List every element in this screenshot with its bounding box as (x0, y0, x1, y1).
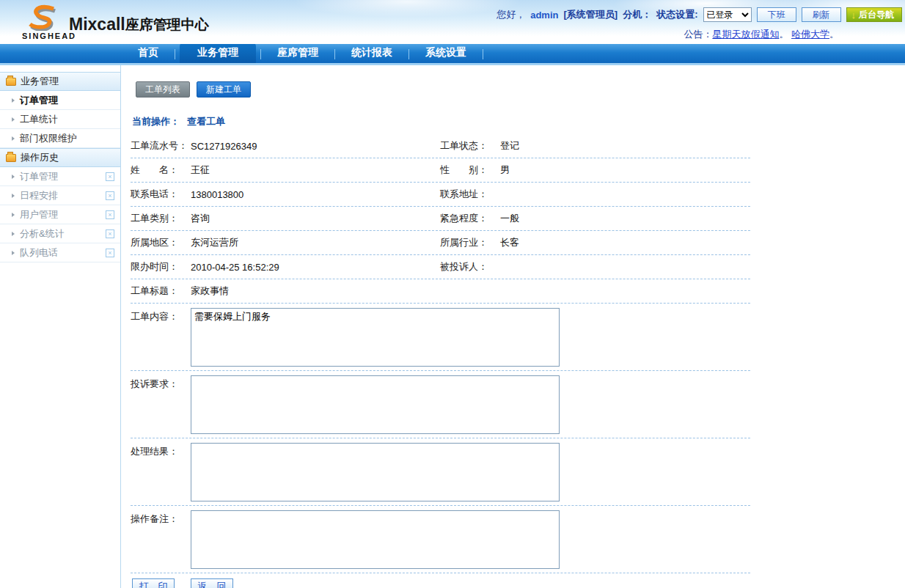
user-role: [系统管理员] (563, 8, 618, 21)
tab-statistics-report[interactable]: 统计报表 (340, 43, 404, 63)
announcement-bar: 公告：星期天放假通知。 哈佛大学。 (684, 28, 839, 41)
field-value: 男 (500, 163, 750, 177)
bullet-icon (12, 194, 15, 198)
current-op-label: 当前操作： (132, 115, 180, 128)
current-op-value: 查看工单 (187, 115, 225, 128)
field-label: 联系地址： (440, 188, 500, 201)
field-label: 工单流水号： (131, 139, 191, 152)
sidebar-item-label: 订单管理 (20, 170, 58, 183)
off-duty-button[interactable]: 下班 (757, 7, 796, 22)
tab-system-settings[interactable]: 系统设置 (414, 43, 478, 63)
sidebar-section-history[interactable]: 操作历史 (0, 148, 120, 167)
form-row-content: 工单内容： 需要保姆上门服务 (131, 304, 750, 371)
app-name: Mixcall (69, 15, 125, 34)
sidebar-item-queue-phone[interactable]: 队列电话 × (0, 243, 120, 262)
field-label: 工单内容： (131, 308, 191, 323)
sidebar-section-business[interactable]: 业务管理 (0, 72, 120, 91)
sidebar-item-schedule[interactable]: 日程安排 × (0, 186, 120, 205)
sidebar-item-analysis-stats[interactable]: 分析&统计 × (0, 224, 120, 243)
field-label: 紧急程度： (440, 212, 500, 225)
bullet-icon (12, 232, 15, 236)
new-ticket-button[interactable]: 新建工单 (197, 81, 251, 98)
toolbar: 工单列表 新建工单 (136, 81, 905, 98)
greeting-text: 您好， (497, 8, 525, 21)
bottom-buttons: 打 印 返 回 (132, 578, 750, 588)
form-row-serial-status: 工单流水号： SC1271926349 工单状态： 登记 (131, 134, 750, 158)
status-select[interactable]: 已登录 (703, 7, 752, 22)
folder-icon (6, 154, 16, 162)
form-row-region-industry: 所属地区： 东河运营所 所属行业： 长客 (131, 231, 750, 255)
back-button[interactable]: 返 回 (191, 578, 233, 588)
bullet-icon (12, 213, 15, 217)
tab-business-mgmt[interactable]: 业务管理 (180, 43, 256, 63)
field-value: 一般 (500, 212, 750, 225)
sidebar-item-order-mgmt-2[interactable]: 订单管理 × (0, 167, 120, 186)
bullet-icon (12, 174, 15, 179)
field-label: 被投诉人： (440, 260, 500, 273)
field-label: 联系电话： (131, 188, 191, 201)
logo-s-icon (24, 3, 61, 31)
field-label: 工单类别： (131, 212, 191, 225)
nav-separator (334, 49, 335, 59)
field-label: 处理结果： (131, 443, 191, 458)
field-value: 东河运营所 (191, 236, 440, 249)
field-value: 登记 (500, 139, 750, 152)
sidebar-item-label: 用户管理 (20, 208, 58, 221)
main-content: 工单列表 新建工单 当前操作： 查看工单 工单流水号： SC1271926349… (121, 65, 905, 588)
ticket-content-textarea[interactable]: 需要保姆上门服务 (191, 308, 560, 367)
announcement-link-2[interactable]: 哈佛大学 (791, 29, 829, 40)
page: SINGHEAD Mixcall 座席管理中心 您好， admin [系统管理员… (0, 0, 905, 588)
tab-home[interactable]: 首页 (126, 43, 170, 63)
header-right: 您好， admin [系统管理员] 分机： 状态设置: 已登录 下班 刷新 ↓ … (497, 7, 902, 41)
complaint-request-textarea[interactable] (191, 375, 560, 434)
brand: SINGHEAD Mixcall 座席管理中心 (22, 3, 209, 40)
field-value: SC1271926349 (191, 141, 440, 152)
backstage-nav-button[interactable]: ↓ 后台导航 (846, 7, 903, 22)
field-label: 工单状态： (440, 139, 500, 152)
nav-separator (483, 49, 483, 59)
sidebar-item-label: 队列电话 (20, 246, 58, 260)
bullet-icon (12, 251, 15, 255)
field-label: 性 别： (440, 163, 500, 177)
app-name-suffix: 座席管理中心 (125, 15, 209, 34)
form-row-category-urgency: 工单类别： 咨询 紧急程度： 一般 (131, 207, 750, 231)
sidebar-item-label: 分析&统计 (20, 227, 65, 240)
sidebar-item-label: 日程安排 (20, 189, 58, 202)
window-badge-icon: × (106, 210, 114, 219)
sidebar-item-label: 工单统计 (20, 113, 58, 126)
sidebar-item-dept-permission[interactable]: 部门权限维护 (0, 129, 120, 148)
tab-seat-mgmt[interactable]: 座席管理 (265, 43, 330, 63)
refresh-button[interactable]: 刷新 (802, 7, 841, 22)
window-badge-icon: × (106, 229, 114, 238)
logo-word: SINGHEAD (22, 32, 63, 40)
app-title: Mixcall 座席管理中心 (69, 15, 209, 34)
sidebar-item-label: 订单管理 (20, 94, 58, 107)
operation-remark-textarea[interactable] (191, 510, 560, 569)
extension-label: 分机： (623, 8, 651, 21)
user-status-bar: 您好， admin [系统管理员] 分机： 状态设置: 已登录 下班 刷新 ↓ … (497, 7, 902, 22)
current-operation: 当前操作： 查看工单 (132, 115, 905, 128)
sidebar-item-user-mgmt[interactable]: 用户管理 × (0, 205, 120, 224)
field-label: 所属行业： (440, 236, 500, 249)
username: admin (530, 10, 558, 21)
field-label: 工单标题： (131, 284, 191, 298)
sidebar-section-title: 操作历史 (21, 151, 59, 164)
handle-result-textarea[interactable] (191, 443, 560, 501)
field-label: 投诉要求： (131, 375, 191, 391)
nav-separator (260, 49, 261, 59)
print-button[interactable]: 打 印 (132, 578, 175, 588)
field-label: 姓 名： (131, 163, 191, 177)
field-value: 1380013800 (191, 189, 440, 200)
announcement-label: 公告： (684, 29, 712, 40)
form-row-result: 处理结果： (131, 438, 750, 506)
sidebar-item-ticket-stats[interactable]: 工单统计 (0, 110, 120, 129)
ticket-list-button[interactable]: 工单列表 (136, 81, 190, 98)
field-value: 2010-04-25 16:52:29 (191, 262, 440, 273)
announcement-link-1[interactable]: 星期天放假通知 (712, 29, 779, 40)
sidebar-item-order-mgmt[interactable]: 订单管理 (0, 91, 120, 110)
field-value: 家政事情 (191, 284, 750, 298)
window-badge-icon: × (106, 249, 114, 257)
down-arrow-icon: ↓ (851, 10, 857, 21)
form-row-deadline-accused: 限办时间： 2010-04-25 16:52:29 被投诉人： (131, 255, 750, 279)
status-label: 状态设置: (656, 8, 697, 21)
